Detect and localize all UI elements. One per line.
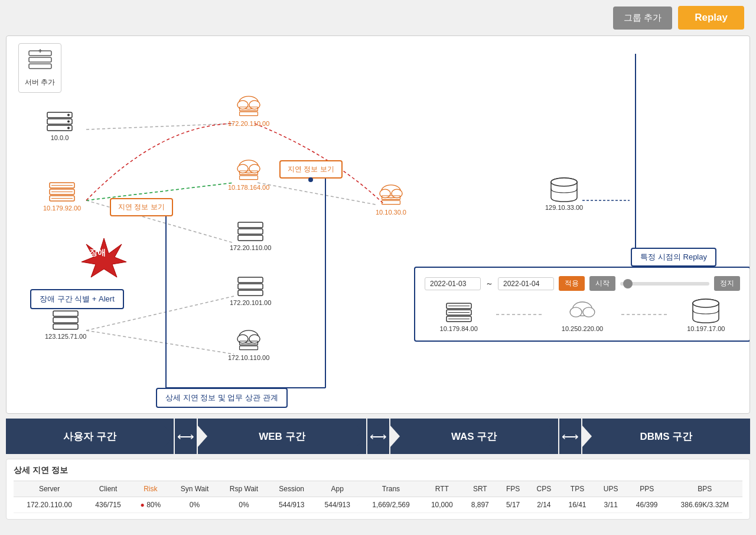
double-arrow-3: ⟷ (562, 429, 579, 443)
section-web-label: WEB 구간 (259, 430, 305, 443)
cloud-server-icon (234, 159, 263, 183)
svg-rect-48 (238, 290, 263, 296)
cloud-icon (568, 300, 597, 324)
double-arrow-1: ⟷ (177, 429, 194, 443)
fault-alert-callout[interactable]: 장애 구간 식별 + Alert (30, 289, 124, 309)
section-dbms-label: DBMS 구간 (640, 430, 692, 443)
cell-rtt: 10,000 (422, 497, 462, 513)
svg-point-40 (249, 164, 260, 173)
replay-date-to[interactable] (498, 277, 554, 290)
replay-start-button[interactable]: 시작 (589, 276, 615, 291)
svg-point-56 (392, 189, 402, 198)
detail-section: 상세 지연 정보 Server Client Risk Syn Wait Rsp… (6, 459, 750, 520)
delay-info-callout-2[interactable]: 지연 정보 보기 (279, 160, 343, 179)
col-rspwait: Rsp Wait (219, 481, 269, 497)
node-10-0-0[interactable]: 10.0.0 (47, 111, 73, 141)
replay-node-1[interactable]: 10.179.84.00 (440, 301, 478, 332)
fault-area: 장애 (80, 237, 128, 284)
replay-panel: ～ 적용 시작 정지 10.179.84.00 (414, 267, 750, 342)
svg-rect-30 (53, 311, 78, 316)
double-arrow-2: ⟷ (370, 429, 387, 443)
replay-node-3[interactable]: 10.197.17.00 (687, 298, 725, 332)
svg-line-6 (258, 183, 376, 205)
cell-trans: 1,669/2,569 (360, 497, 422, 513)
svg-rect-42 (240, 176, 258, 179)
svg-rect-46 (238, 277, 263, 283)
table-header-row: Server Client Risk Syn Wait Rsp Wait Ses… (14, 481, 742, 497)
replay-slider-thumb[interactable] (623, 279, 633, 288)
node-10-178-164[interactable]: 10.178.164.00 (228, 159, 269, 191)
server-add-button[interactable]: 서버 추가 (18, 43, 61, 93)
replay-button[interactable]: Replay (678, 6, 744, 30)
section-was: WAS 구간 (390, 419, 558, 454)
cloud-server-icon (234, 95, 263, 119)
svg-point-55 (380, 189, 390, 198)
node-label: 10.178.164.00 (228, 184, 269, 191)
svg-rect-43 (238, 222, 263, 228)
cell-tps: 16/41 (559, 497, 595, 513)
col-session: Session (269, 481, 315, 497)
section-bar: 사용자 구간 ⟷ WEB 구간 ⟷ WAS 구간 ⟷ DBMS 구간 (6, 419, 750, 454)
replay-connection-1 (496, 309, 543, 320)
server-icon (49, 181, 75, 203)
col-app: App (315, 481, 361, 497)
node-10-10-30[interactable]: 10.10.30.0 (376, 184, 406, 216)
arrow-3: ⟷ (559, 419, 581, 454)
svg-line-0 (86, 124, 234, 129)
cell-synwait: 0% (170, 497, 219, 513)
node-label: 123.125.71.00 (45, 333, 86, 340)
fault-alert-label: 장애 구간 식별 + Alert (40, 294, 115, 303)
node-label: 172.20.110.00 (228, 120, 269, 127)
section-was-label: WAS 구간 (451, 430, 497, 443)
col-trans: Trans (360, 481, 422, 497)
svg-point-70 (583, 307, 595, 317)
top-bar: 그룹 추가 Replay (0, 0, 756, 35)
group-add-button[interactable]: 그룹 추가 (613, 7, 672, 30)
delay-info-callout-1[interactable]: 지연 정보 보기 (110, 198, 173, 216)
svg-point-39 (237, 164, 248, 173)
col-server: Server (14, 481, 85, 497)
cell-fps: 5/17 (498, 497, 528, 513)
node-label: 129.10.33.00 (545, 204, 583, 211)
server-icon (446, 301, 472, 324)
cell-app: 544/913 (315, 497, 361, 513)
replay-node-2[interactable]: 10.250.220.00 (562, 300, 603, 332)
replay-date-from[interactable] (425, 277, 481, 290)
db-icon (549, 177, 579, 203)
node-label: 10.10.30.0 (376, 209, 406, 216)
replay-stop-button[interactable]: 정지 (714, 276, 740, 291)
col-cps: CPS (528, 481, 559, 497)
svg-point-60 (551, 178, 577, 186)
node-123-125-71[interactable]: 123.125.71.00 (45, 309, 86, 340)
node-172-20-110-mid[interactable]: 172.20.110.00 (230, 221, 271, 251)
cell-risk: ● 80% (131, 497, 170, 513)
col-bps: BPS (667, 481, 742, 497)
node-10-179-92[interactable]: 10.179.92.00 (43, 181, 81, 212)
replay-nodes-row: 10.179.84.00 10.250.220.00 (425, 298, 740, 332)
replay-slider[interactable] (620, 282, 709, 286)
node-172-20-101[interactable]: 172.20.101.00 (230, 275, 271, 306)
fault-star-icon (80, 237, 128, 281)
cell-srt: 8,897 (462, 497, 498, 513)
cell-rspwait: 0% (219, 497, 269, 513)
svg-point-50 (237, 335, 248, 343)
specific-replay-callout[interactable]: 특정 시점의 Replay (631, 248, 716, 267)
node-172-20-110-top[interactable]: 172.20.110.00 (228, 95, 269, 127)
svg-rect-44 (238, 229, 263, 234)
table-row: 172.20.110.00 436/715 ● 80% 0% 0% 544/91… (14, 497, 742, 513)
node-label: 172.10.110.00 (228, 354, 269, 361)
node-129-10-33[interactable]: 129.10.33.00 (545, 177, 583, 211)
svg-point-21 (67, 121, 70, 123)
node-172-10-110[interactable]: 172.10.110.00 (228, 329, 269, 361)
col-rtt: RTT (422, 481, 462, 497)
risk-dot: ● (141, 501, 145, 509)
col-tps: TPS (559, 481, 595, 497)
arrow-2: ⟷ (367, 419, 389, 454)
detail-info-callout[interactable]: 상세 지연 정보 및 업무 상관 관계 (156, 388, 288, 408)
detail-table: Server Client Risk Syn Wait Rsp Wait Ses… (14, 481, 742, 513)
replay-connection-2 (621, 309, 669, 320)
replay-apply-button[interactable]: 적용 (559, 276, 585, 291)
svg-rect-45 (238, 235, 263, 241)
cell-ups: 3/11 (595, 497, 627, 513)
cell-pps: 46/399 (627, 497, 667, 513)
